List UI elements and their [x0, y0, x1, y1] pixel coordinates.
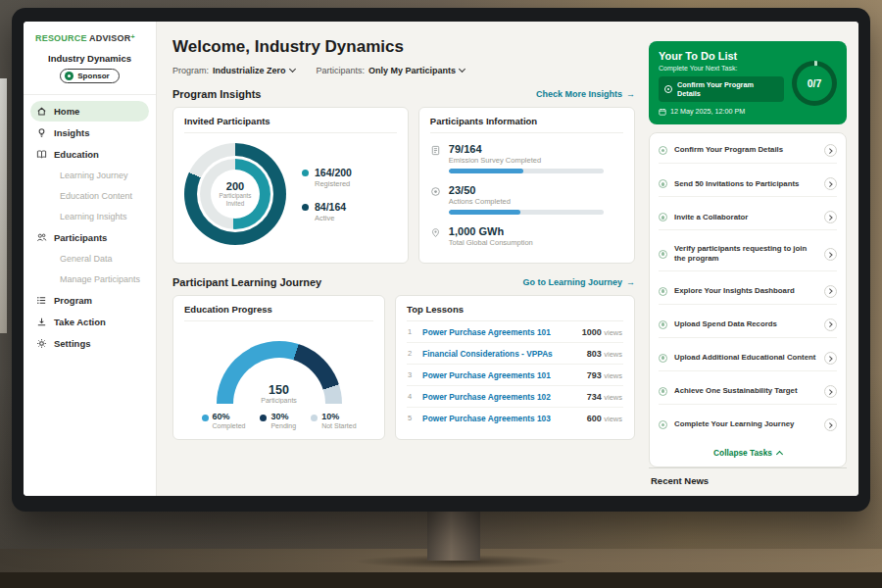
task-row[interactable]: Send 50 Invitations to Participants — [659, 172, 837, 197]
chevron-right-icon[interactable] — [824, 285, 837, 298]
card-title: Top Lessons — [407, 304, 623, 321]
lesson-views: 600 views — [587, 414, 622, 423]
sidebar-item-education[interactable]: Education — [30, 144, 149, 165]
todo-summary-card: Your To Do List Complete Your Next Task:… — [649, 41, 847, 124]
sidebar-item-learning-insights[interactable]: Learning Insights — [30, 207, 149, 226]
floor — [0, 572, 882, 588]
legend-label: Not Started — [321, 422, 356, 429]
todo-progress-ring: 0/7 — [792, 61, 837, 106]
task-label: Complete Your Learning Journey — [674, 419, 817, 429]
chevron-down-icon — [459, 66, 466, 73]
sidebar-item-label: Education Content — [60, 191, 132, 201]
sidebar-item-insights[interactable]: Insights — [30, 122, 149, 143]
chevron-right-icon[interactable] — [824, 418, 837, 431]
chevron-right-icon[interactable] — [824, 211, 837, 223]
todo-panel: Your To Do List Complete Your Next Task:… — [647, 22, 858, 496]
task-row[interactable]: Upload Spend Data Records — [659, 313, 837, 338]
task-row[interactable]: Verify participants requesting to join t… — [659, 238, 837, 270]
invited-participants-card: Invited Participants 200 Participants In… — [172, 107, 409, 264]
task-row[interactable]: Explore Your Insights Dashboard — [659, 279, 837, 305]
collapse-tasks-button[interactable]: Collapse Tasks — [659, 441, 837, 466]
calendar-icon — [659, 108, 666, 116]
sidebar-item-learning-journey[interactable]: Learning Journey — [30, 166, 149, 185]
lesson-row[interactable]: 2 Financial Considerations - VPPAs 803 v… — [407, 343, 623, 365]
check-more-insights-link[interactable]: Check More Insights → — [536, 89, 635, 99]
sidebar-item-take-action[interactable]: Take Action — [30, 312, 149, 332]
lesson-link[interactable]: Power Purchase Agreements 102 — [422, 392, 551, 402]
lesson-views-count: 600 — [587, 414, 602, 423]
sidebar-item-program[interactable]: Program — [30, 290, 149, 311]
sidebar-item-label: Program — [54, 295, 92, 306]
sidebar-item-education-content[interactable]: Education Content — [30, 186, 149, 206]
target-icon — [430, 186, 441, 197]
card-title: Participants Information — [430, 116, 623, 133]
chevron-right-icon[interactable] — [824, 248, 837, 261]
chevron-right-icon[interactable] — [824, 352, 837, 365]
lesson-rank: 1 — [408, 327, 416, 336]
lesson-link[interactable]: Power Purchase Agreements 103 — [422, 414, 551, 423]
task-label: Achieve One Sustainability Target — [674, 386, 817, 396]
task-row[interactable]: Achieve One Sustainability Target — [659, 379, 837, 405]
task-label: Explore Your Insights Dashboard — [674, 286, 817, 296]
lesson-row[interactable]: 5 Power Purchase Agreements 103 600 view… — [407, 408, 623, 428]
go-to-learning-journey-link[interactable]: Go to Learning Journey → — [522, 277, 635, 287]
education-gauge: 150 Participants — [217, 341, 342, 404]
lesson-row[interactable]: 1 Power Purchase Agreements 101 1000 vie… — [407, 321, 623, 343]
stat-value: 1,000 GWh — [449, 225, 533, 237]
chevron-right-icon[interactable] — [824, 318, 837, 331]
home-icon — [36, 106, 47, 117]
program-filter-label: Program: — [172, 66, 209, 75]
stat-actions-completed: 23/50 Actions Completed — [430, 184, 623, 215]
invited-legend: 164/200 Registered 84/164 Active — [302, 167, 352, 222]
participants-information-card: Participants Information 79/164 Emission… — [418, 107, 635, 264]
progress-bar — [449, 169, 604, 173]
chevron-right-icon[interactable] — [824, 385, 837, 398]
sidebar-item-participants[interactable]: Participants — [30, 227, 149, 248]
lesson-views: 734 views — [587, 392, 622, 402]
collapse-tasks-label: Collapse Tasks — [713, 448, 772, 458]
task-row[interactable]: Complete Your Learning Journey — [659, 413, 837, 437]
legend-dot — [260, 415, 267, 421]
gauge-label: Participants — [217, 397, 342, 404]
legend-dot — [302, 204, 309, 211]
legend-dot — [311, 415, 318, 421]
task-row[interactable]: Upload Additional Educational Content — [659, 346, 837, 371]
sidebar-item-manage-participants[interactable]: Manage Participants — [30, 270, 149, 289]
invited-donut-ring: 200 Participants Invited — [184, 143, 286, 245]
org-section: Industry Dynamics Sponsor — [24, 53, 156, 84]
task-row[interactable]: Invite a Collaborator — [659, 205, 837, 230]
legend-label: Pending — [270, 422, 296, 429]
card-title: Invited Participants — [184, 116, 397, 133]
lesson-link[interactable]: Financial Considerations - VPPAs — [422, 349, 553, 359]
sidebar-item-settings[interactable]: Settings — [30, 333, 149, 354]
todo-subtitle: Complete Your Next Task: — [659, 65, 784, 72]
stat-emission-survey: 79/164 Emission Survey Completed — [430, 143, 623, 173]
todo-title: Your To Do List — [659, 50, 784, 62]
lesson-row[interactable]: 4 Power Purchase Agreements 102 734 view… — [407, 386, 623, 408]
sidebar-item-label: Learning Journey — [60, 171, 128, 180]
lesson-row[interactable]: 3 Power Purchase Agreements 101 793 view… — [407, 365, 623, 386]
stat-label: Emission Survey Completed — [449, 156, 604, 165]
sidebar: RESOURCE ADVISOR+ Industry Dynamics Spon… — [24, 22, 157, 496]
learning-journey-header: Participant Learning Journey Go to Learn… — [172, 276, 635, 288]
task-label: Invite a Collaborator — [674, 213, 817, 222]
lesson-link[interactable]: Power Purchase Agreements 101 — [422, 327, 551, 337]
task-row[interactable]: Confirm Your Program Details — [659, 138, 837, 164]
next-task-chip[interactable]: Confirm Your Program Details — [659, 76, 784, 102]
sidebar-item-home[interactable]: Home — [30, 101, 149, 122]
chevron-down-icon — [288, 66, 295, 73]
legend-item-completed: 60% Completed — [202, 412, 246, 429]
task-target-icon — [659, 420, 667, 429]
content-area: Welcome, Industry Dynamics Program: Indu… — [157, 22, 858, 496]
lesson-views-count: 1000 — [582, 327, 602, 337]
background-window-light — [0, 78, 7, 333]
chevron-right-icon[interactable] — [824, 177, 837, 190]
program-filter-dropdown[interactable]: Program: Industrialize Zero — [172, 66, 295, 75]
survey-document-icon — [430, 145, 441, 156]
lesson-views-count: 734 — [587, 392, 602, 402]
chevron-right-icon[interactable] — [824, 144, 837, 157]
lesson-link[interactable]: Power Purchase Agreements 101 — [422, 370, 551, 380]
sidebar-item-general-data[interactable]: General Data — [30, 249, 149, 269]
participants-filter-dropdown[interactable]: Participants: Only My Participants — [317, 66, 466, 75]
task-target-icon — [659, 320, 667, 329]
